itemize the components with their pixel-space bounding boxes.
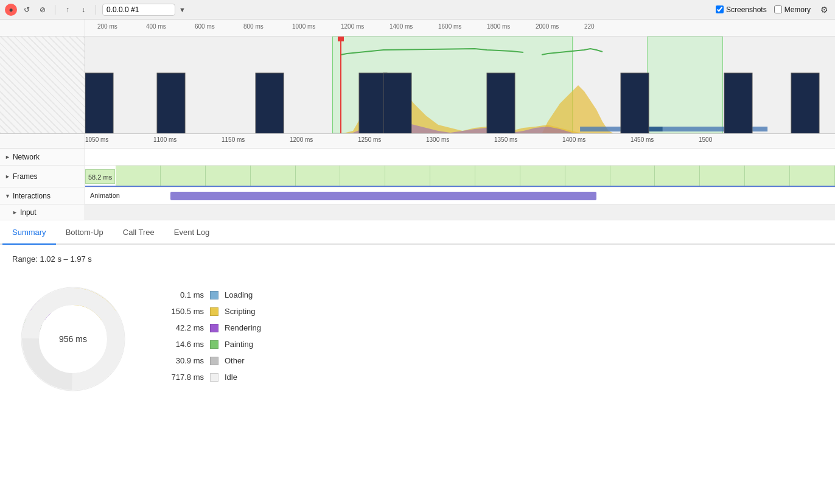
rendering-swatch xyxy=(210,324,218,332)
tick-1000ms: 1000 ms xyxy=(292,23,315,30)
tick-1800ms: 1800 ms xyxy=(487,23,510,30)
dtick-1050ms: 1050 ms xyxy=(85,136,108,143)
dtick-1400ms: 1400 ms xyxy=(562,136,585,143)
record-button[interactable]: ● xyxy=(5,4,17,16)
screenshots-checkbox[interactable] xyxy=(716,5,724,13)
frame-cell-6 xyxy=(340,166,385,187)
tab-event-log-label: Event Log xyxy=(174,228,210,237)
upload-button[interactable]: ↑ xyxy=(61,4,74,16)
tick-600ms: 600 ms xyxy=(195,23,215,30)
svg-rect-4 xyxy=(85,73,113,133)
tracks-section: ► Network ► Frames 58.2 ms xyxy=(0,149,835,220)
loading-value: 0.1 ms xyxy=(158,290,204,299)
frames-track: ► Frames 58.2 ms xyxy=(0,166,835,187)
legend-row-idle: 717.8 ms Idle xyxy=(158,373,261,382)
rendering-value: 42.2 ms xyxy=(158,323,204,332)
tab-call-tree[interactable]: Call Tree xyxy=(113,220,164,245)
overview-chart-area[interactable] xyxy=(0,37,835,134)
frame-cell-4 xyxy=(251,166,296,187)
download-button[interactable]: ↓ xyxy=(77,4,89,16)
frames-label-text: Frames xyxy=(13,172,38,181)
scripting-swatch xyxy=(210,307,218,316)
tab-bar: Summary Bottom-Up Call Tree Event Log xyxy=(0,220,835,245)
frames-label[interactable]: ► Frames xyxy=(0,166,85,187)
interactions-content[interactable]: Animation xyxy=(85,187,835,204)
tick-1200ms: 1200 ms xyxy=(341,23,364,30)
network-track: ► Network xyxy=(0,149,835,166)
overview-svg xyxy=(85,37,835,133)
tab-bottom-up[interactable]: Bottom-Up xyxy=(56,220,113,245)
other-value: 30.9 ms xyxy=(158,356,204,365)
frame-cell-10 xyxy=(520,166,565,187)
frame-cell-3 xyxy=(206,166,251,187)
dtick-1500ms: 1500 xyxy=(699,136,712,143)
toolbar-controls: ● ↺ ⊘ ↑ ↓ ▼ xyxy=(5,4,186,16)
rendering-label: Rendering xyxy=(225,323,261,332)
network-content[interactable] xyxy=(85,149,835,165)
memory-label: Memory xyxy=(784,5,811,14)
input-label[interactable]: ► Input xyxy=(0,205,85,220)
frames-arrow: ► xyxy=(5,173,10,180)
tick-800ms: 800 ms xyxy=(243,23,264,30)
frame-cell-8 xyxy=(430,166,475,187)
clear-button[interactable]: ⊘ xyxy=(37,4,49,16)
frame-cell-13 xyxy=(655,166,700,187)
frame-cell-9 xyxy=(475,166,520,187)
svg-rect-6 xyxy=(256,73,284,133)
overview-chart[interactable] xyxy=(85,37,835,133)
tick-2200ms: 220 xyxy=(584,23,595,30)
dtick-1450ms: 1450 ms xyxy=(631,136,654,143)
animation-label: Animation xyxy=(90,192,120,199)
frame-cell-7 xyxy=(385,166,430,187)
frames-content[interactable]: 58.2 ms xyxy=(85,166,835,187)
interactions-label[interactable]: ▼ Interactions xyxy=(0,187,85,204)
tab-summary[interactable]: Summary xyxy=(2,220,56,245)
animation-bar xyxy=(170,192,596,200)
donut-center-value: 956 ms xyxy=(59,334,87,344)
legend-row-loading: 0.1 ms Loading xyxy=(158,290,261,299)
tab-event-log[interactable]: Event Log xyxy=(164,220,220,245)
loading-swatch xyxy=(210,291,218,299)
screenshots-label: Screenshots xyxy=(726,5,767,14)
interactions-label-text: Interactions xyxy=(13,192,51,200)
input-arrow: ► xyxy=(12,209,18,215)
frame-cell-5 xyxy=(296,166,341,187)
memory-checkbox[interactable] xyxy=(774,5,782,13)
other-label: Other xyxy=(225,356,245,365)
network-label-text: Network xyxy=(13,153,40,161)
frames-blue-line xyxy=(85,186,835,187)
tab-call-tree-label: Call Tree xyxy=(123,228,155,237)
tick-1400ms: 1400 ms xyxy=(390,23,413,30)
overview-ruler-left xyxy=(0,19,85,36)
network-label[interactable]: ► Network xyxy=(0,149,85,165)
settings-button[interactable]: ⚙ xyxy=(818,4,830,16)
interactions-arrow: ▼ xyxy=(5,193,10,199)
idle-swatch xyxy=(210,373,218,382)
frame-cell-2 xyxy=(161,166,206,187)
dtick-1250ms: 1250 ms xyxy=(358,136,381,143)
painting-label: Painting xyxy=(225,340,253,349)
frame-cell-1 xyxy=(116,166,161,187)
frame-cell-11 xyxy=(565,166,610,187)
memory-option[interactable]: Memory xyxy=(774,5,811,14)
frames-first-value: 58.2 ms xyxy=(85,169,115,184)
svg-rect-11 xyxy=(724,73,752,133)
input-content[interactable] xyxy=(85,205,835,220)
screenshots-option[interactable]: Screenshots xyxy=(716,5,767,14)
version-input[interactable] xyxy=(102,4,175,16)
scripting-label: Scripting xyxy=(225,307,256,316)
svg-rect-8 xyxy=(383,73,411,133)
dropdown-arrow[interactable]: ▼ xyxy=(179,6,186,13)
legend-row-scripting: 150.5 ms Scripting xyxy=(158,307,261,316)
overview-ruler-ticks: 200 ms 400 ms 600 ms 800 ms 1000 ms 1200… xyxy=(85,19,835,36)
dtick-1300ms: 1300 ms xyxy=(426,136,449,143)
reload-button[interactable]: ↺ xyxy=(21,4,33,16)
frame-cell-15 xyxy=(745,166,790,187)
idle-value: 717.8 ms xyxy=(158,373,204,382)
frame-cell-16 xyxy=(790,166,835,187)
svg-rect-10 xyxy=(621,73,649,133)
painting-swatch xyxy=(210,340,218,349)
svg-rect-9 xyxy=(487,73,515,133)
svg-rect-7 xyxy=(359,73,387,133)
dtick-1350ms: 1350 ms xyxy=(494,136,517,143)
